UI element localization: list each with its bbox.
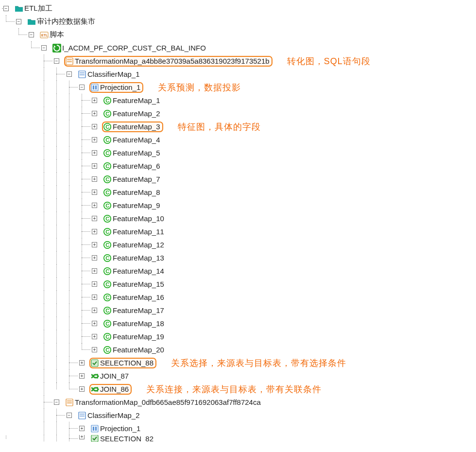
highlighted-node: TransformationMap_a4bb8e37039a5a83631902…	[64, 56, 272, 67]
tree-node-proj2[interactable]: + Projection_1	[2, 422, 474, 435]
feature-map-icon	[103, 293, 112, 302]
tree-node-feature[interactable]: +FeatureMap_20	[2, 343, 474, 356]
collapse-toggle[interactable]: −	[29, 32, 34, 37]
annotation-proj: 关系预测，数据投影	[158, 82, 241, 93]
feature-map-icon	[103, 241, 112, 249]
tree-node-feature[interactable]: +FeatureMap_10	[2, 212, 474, 225]
tree-node-feature[interactable]: +FeatureMap_18	[2, 317, 474, 330]
expand-toggle[interactable]: +	[92, 321, 97, 326]
expand-toggle[interactable]: +	[79, 426, 85, 431]
tree-node-cmap1[interactable]: − ClassifierMap_1	[2, 68, 474, 81]
expand-toggle[interactable]: +	[92, 242, 97, 247]
tree-node-feature[interactable]: +FeatureMap_12	[2, 238, 474, 251]
expand-toggle[interactable]: +	[92, 163, 97, 169]
projection-icon	[90, 424, 99, 433]
tree-node-feature[interactable]: +FeatureMap_13	[2, 251, 474, 264]
tree-node-feature[interactable]: +FeatureMap_1	[2, 94, 474, 107]
tree-node-proj1[interactable]: − Projection_1 关系预测，数据投影	[2, 81, 474, 94]
expand-toggle[interactable]: +	[79, 435, 85, 439]
folder-icon	[27, 17, 36, 26]
expand-toggle[interactable]: +	[92, 124, 97, 129]
node-label: SELECTION_88	[100, 359, 153, 367]
expand-toggle[interactable]: +	[92, 216, 97, 221]
node-label: Projection_1	[100, 424, 140, 433]
tree-node-tmap1[interactable]: − TransformationMap_a4bb8e37039a5a836319…	[2, 54, 474, 68]
collapse-toggle[interactable]: −	[67, 413, 72, 418]
expand-toggle[interactable]: +	[92, 137, 97, 142]
feature-map-icon	[103, 254, 112, 262]
expand-toggle[interactable]: +	[92, 268, 97, 274]
node-label: FeatureMap_14	[113, 267, 164, 275]
tree-node-feature[interactable]: +FeatureMap_5	[2, 146, 474, 159]
tree-node-feature[interactable]: +FeatureMap_19	[2, 330, 474, 343]
tree-node-join87[interactable]: + JOIN_87	[2, 369, 474, 382]
feature-map-icon	[103, 267, 112, 276]
expand-toggle[interactable]: +	[79, 360, 85, 365]
highlighted-node: Projection_1	[89, 82, 143, 93]
collapse-toggle[interactable]: −	[79, 85, 85, 90]
tree-node-l1[interactable]: − 审计内控数据集市	[2, 15, 474, 28]
node-label: FeatureMap_5	[113, 149, 160, 157]
tree-node-feature[interactable]: +FeatureMap_14	[2, 264, 474, 278]
expand-toggle[interactable]: +	[92, 255, 97, 261]
expand-toggle[interactable]: +	[92, 111, 97, 116]
collapse-toggle[interactable]: −	[3, 6, 9, 11]
node-label: FeatureMap_11	[113, 227, 164, 236]
node-label: ClassifierMap_1	[87, 70, 140, 78]
expand-toggle[interactable]: +	[79, 386, 85, 392]
tree-node-cmap2[interactable]: − ClassifierMap_2	[2, 409, 474, 422]
expand-toggle[interactable]: +	[92, 150, 97, 156]
tree-node-sel88[interactable]: + SELECTION_88 关系选择，来源表与目标表，带有选择条件	[2, 356, 474, 369]
expand-toggle[interactable]: +	[79, 373, 85, 379]
node-label: FeatureMap_10	[113, 214, 164, 223]
tree-node-feature[interactable]: +FeatureMap_4	[2, 133, 474, 146]
refresh-icon	[52, 44, 61, 52]
tree-node-feature[interactable]: +FeatureMap_17	[2, 304, 474, 317]
expand-toggle[interactable]: +	[92, 295, 97, 300]
tree-node-tmap2[interactable]: − TransformationMap_0dfb665ae85f97169206…	[2, 396, 474, 409]
tree-node-sel82[interactable]: + SELECTION_82	[2, 435, 474, 442]
feature-map-icon	[103, 332, 112, 341]
projection-icon	[90, 83, 99, 92]
tree-node-l3[interactable]: − I_ACDM_PF_CORP_CUST_CR_BAL_INFO	[2, 41, 474, 54]
node-label: ClassifierMap_2	[87, 411, 140, 419]
tree-node-feature[interactable]: +FeatureMap_8	[2, 186, 474, 199]
expand-toggle[interactable]: +	[92, 98, 97, 103]
expand-toggle[interactable]: +	[92, 176, 97, 182]
tree-root: − ETL加工 − 审计内控数据集市 − 脚本 − I_ACDM_PF_CORP…	[2, 2, 474, 442]
expand-toggle[interactable]: +	[92, 229, 97, 234]
selection-icon	[90, 359, 99, 367]
tree-node-feature[interactable]: +FeatureMap_3特征图，具体的字段	[2, 120, 474, 133]
collapse-toggle[interactable]: −	[41, 45, 47, 51]
collapse-toggle[interactable]: −	[67, 71, 72, 77]
tree-node-join86[interactable]: + JOIN_86 关系连接，来源表与目标表，带有关联条件	[2, 382, 474, 396]
node-label: FeatureMap_16	[113, 293, 164, 301]
collapse-toggle[interactable]: −	[54, 58, 59, 64]
expand-toggle[interactable]: +	[92, 334, 97, 339]
node-label: FeatureMap_19	[113, 332, 164, 341]
expand-toggle[interactable]: +	[92, 190, 97, 195]
node-label: FeatureMap_20	[113, 346, 164, 354]
node-label: ETL加工	[24, 4, 52, 13]
tree-node-feature[interactable]: +FeatureMap_16	[2, 291, 474, 304]
tree-node-feature[interactable]: +FeatureMap_11	[2, 225, 474, 238]
tree-node-l2[interactable]: − 脚本	[2, 28, 474, 41]
node-label: FeatureMap_17	[113, 306, 164, 314]
tree-node-feature[interactable]: +FeatureMap_2	[2, 107, 474, 120]
node-label: 审计内控数据集市	[37, 17, 95, 26]
node-label: FeatureMap_9	[113, 201, 160, 209]
tree-node-root[interactable]: − ETL加工	[2, 2, 474, 15]
etl-icon	[40, 31, 49, 39]
node-label: FeatureMap_13	[113, 254, 164, 262]
tree-node-feature[interactable]: +FeatureMap_15	[2, 278, 474, 291]
tree-node-feature[interactable]: +FeatureMap_7	[2, 173, 474, 186]
tree-node-feature[interactable]: +FeatureMap_6	[2, 159, 474, 173]
annotation-feat: 特征图，具体的字段	[178, 121, 261, 133]
tree-node-feature[interactable]: +FeatureMap_9	[2, 199, 474, 212]
expand-toggle[interactable]: +	[92, 347, 97, 352]
expand-toggle[interactable]: +	[92, 203, 97, 208]
expand-toggle[interactable]: +	[92, 281, 97, 287]
expand-toggle[interactable]: +	[92, 308, 97, 313]
collapse-toggle[interactable]: −	[54, 400, 59, 405]
collapse-toggle[interactable]: −	[16, 19, 21, 24]
